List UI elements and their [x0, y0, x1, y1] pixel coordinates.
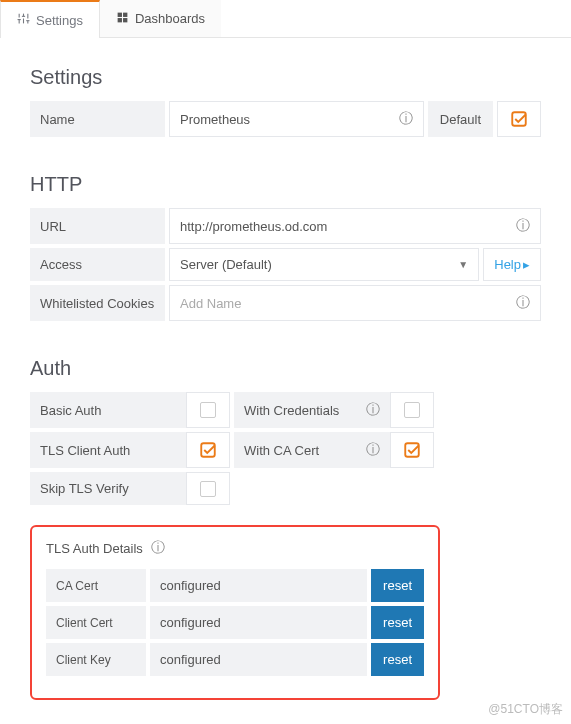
client-cert-label: Client Cert [46, 606, 146, 639]
ca-cert-reset-button[interactable]: reset [371, 569, 424, 602]
url-row: URL [30, 208, 541, 244]
svg-rect-15 [405, 443, 419, 457]
info-icon[interactable] [151, 539, 165, 557]
info-icon[interactable] [366, 401, 380, 419]
cookies-input[interactable] [180, 296, 516, 311]
sliders-icon [17, 12, 30, 28]
auth-row-2: TLS Client Auth With CA Cert [30, 432, 541, 468]
svg-rect-14 [201, 443, 215, 457]
chevron-right-icon: ▸ [523, 257, 530, 272]
checkbox-empty-icon [404, 402, 420, 418]
info-icon[interactable] [366, 441, 380, 459]
tab-dashboards-label: Dashboards [135, 11, 205, 26]
cookies-label: Whitelisted Cookies [30, 285, 165, 321]
tab-dashboards[interactable]: Dashboards [100, 0, 221, 37]
content-area: Settings Name Default HTTP URL Access Se… [0, 38, 571, 720]
client-cert-row: Client Cert configured reset [46, 606, 424, 639]
with-credentials-checkbox[interactable] [390, 392, 434, 428]
name-input-wrapper [169, 101, 424, 137]
default-label: Default [428, 101, 493, 137]
access-row: Access Server (Default) ▼ Help ▸ [30, 248, 541, 281]
watermark: @51CTO博客 [488, 701, 563, 718]
tls-client-auth-checkbox[interactable] [186, 432, 230, 468]
settings-heading: Settings [30, 66, 541, 89]
check-icon [510, 110, 528, 128]
default-toggle[interactable] [497, 101, 541, 137]
auth-row-1: Basic Auth With Credentials [30, 392, 541, 428]
with-ca-cert-checkbox[interactable] [390, 432, 434, 468]
tls-client-auth-label: TLS Client Auth [30, 432, 186, 468]
cookies-input-wrapper [169, 285, 541, 321]
client-key-reset-button[interactable]: reset [371, 643, 424, 676]
svg-rect-9 [118, 12, 122, 16]
checkbox-empty-icon [200, 481, 216, 497]
svg-rect-12 [123, 18, 127, 22]
cookies-row: Whitelisted Cookies [30, 285, 541, 321]
name-label: Name [30, 101, 165, 137]
auth-row-3: Skip TLS Verify [30, 472, 541, 505]
info-icon[interactable] [516, 294, 530, 312]
skip-tls-verify-label: Skip TLS Verify [30, 472, 186, 505]
client-key-value: configured [150, 643, 367, 676]
help-label: Help [494, 257, 521, 272]
help-button[interactable]: Help ▸ [483, 248, 541, 281]
tls-heading: TLS Auth Details [46, 541, 143, 556]
with-credentials-label: With Credentials [234, 392, 390, 428]
client-cert-value: configured [150, 606, 367, 639]
url-input[interactable] [180, 219, 516, 234]
basic-auth-label: Basic Auth [30, 392, 186, 428]
http-heading: HTTP [30, 173, 541, 196]
access-value: Server (Default) [180, 257, 272, 272]
access-select[interactable]: Server (Default) ▼ [169, 248, 479, 281]
tab-settings-label: Settings [36, 13, 83, 28]
checkbox-empty-icon [200, 402, 216, 418]
chevron-down-icon: ▼ [458, 259, 468, 270]
svg-rect-11 [118, 18, 122, 22]
tls-heading-row: TLS Auth Details [46, 539, 424, 557]
ca-cert-label: CA Cert [46, 569, 146, 602]
check-icon [199, 441, 217, 459]
name-input[interactable] [180, 112, 399, 127]
client-cert-reset-button[interactable]: reset [371, 606, 424, 639]
name-row: Name Default [30, 101, 541, 137]
access-label: Access [30, 248, 165, 281]
ca-cert-row: CA Cert configured reset [46, 569, 424, 602]
with-ca-cert-label: With CA Cert [234, 432, 390, 468]
svg-rect-10 [123, 12, 127, 16]
tls-auth-details-box: TLS Auth Details CA Cert configured rese… [30, 525, 440, 700]
info-icon[interactable] [516, 217, 530, 235]
grid-icon [116, 11, 129, 27]
info-icon[interactable] [399, 110, 413, 128]
skip-tls-verify-checkbox[interactable] [186, 472, 230, 505]
client-key-label: Client Key [46, 643, 146, 676]
tab-bar: Settings Dashboards [0, 0, 571, 38]
auth-heading: Auth [30, 357, 541, 380]
ca-cert-value: configured [150, 569, 367, 602]
svg-rect-13 [512, 112, 526, 126]
url-input-wrapper [169, 208, 541, 244]
basic-auth-checkbox[interactable] [186, 392, 230, 428]
client-key-row: Client Key configured reset [46, 643, 424, 676]
url-label: URL [30, 208, 165, 244]
tab-settings[interactable]: Settings [0, 0, 100, 38]
check-icon [403, 441, 421, 459]
